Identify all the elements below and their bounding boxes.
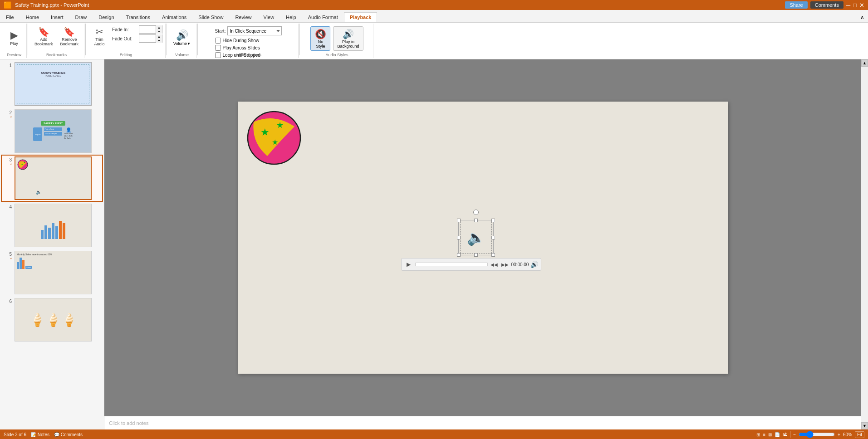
loop-until-stopped-checkbox[interactable] — [215, 52, 221, 58]
slide-thumb-3[interactable]: ★ ★ 🔈 — [15, 156, 92, 200]
audio-element[interactable]: 🔈 — [460, 222, 492, 254]
minimize-button[interactable]: ─ — [846, 2, 850, 9]
view-slide-sorter[interactable]: ⊠ — [768, 432, 772, 437]
volume-dropdown[interactable]: Volume ▼ — [173, 41, 191, 46]
slide-item-6[interactable]: 6 🍦🍦🍦 — [2, 297, 102, 342]
comments-button[interactable]: Comments — [810, 1, 843, 9]
audio-player[interactable]: ▶ ◀◀ ▶▶ 00:00.00 🔊 — [401, 258, 542, 271]
app-icon: 🟧 — [4, 1, 11, 9]
notes-bar[interactable]: Click to add notes — [104, 416, 861, 429]
tab-design[interactable]: Design — [93, 12, 120, 22]
rotate-handle[interactable] — [473, 210, 479, 215]
thumb-3-audio: 🔈 — [36, 190, 41, 195]
tab-playback[interactable]: Playback — [344, 12, 378, 22]
tab-file[interactable]: File — [0, 12, 20, 22]
ball-graphic[interactable]: ★ ★ ★ — [247, 111, 301, 165]
share-button[interactable]: Share — [785, 1, 807, 9]
handle-bm[interactable] — [474, 253, 478, 257]
audio-icon-box[interactable]: 🔈 — [460, 222, 492, 254]
ribbon-spacer — [373, 24, 866, 58]
play-background-button[interactable]: 🔊 Play inBackground — [333, 26, 363, 51]
slide-item-2[interactable]: 2 * SAFETY FIRST Sign in Find a Seat Tak… — [2, 108, 102, 154]
tab-animations[interactable]: Animations — [156, 12, 192, 22]
play-button[interactable]: ▶ Play — [5, 29, 23, 47]
start-select[interactable]: In Click Sequence Automatically When Cli… — [227, 26, 282, 35]
notes-button[interactable]: 📝 Notes — [31, 432, 49, 437]
slide-canvas[interactable]: ★ ★ ★ — [238, 102, 728, 374]
think-text: Think SafeWork SafeBe Safe — [64, 132, 73, 139]
bar-2 — [44, 225, 47, 239]
remove-bookmark-button[interactable]: 🔖 RemoveBookmark — [58, 25, 82, 47]
add-bookmark-button[interactable]: 🔖 AddBookmark — [32, 25, 56, 47]
fade-in-down[interactable]: ▼ — [156, 29, 162, 34]
fade-out-up[interactable]: ▲ — [156, 34, 162, 39]
slide-thumb-2[interactable]: SAFETY FIRST Sign in Find a Seat Take ou… — [15, 109, 92, 153]
fade-in-input[interactable]: 00.00 — [139, 27, 156, 32]
thumb-2-content: Sign in Find a Seat Take out Paper 👤 Thi… — [33, 127, 73, 141]
fade-in-spinbox[interactable]: 00.00 ▲ ▼ — [139, 25, 162, 34]
slide-thumb-5[interactable]: Monthly Sales have increased 60% Sales — [15, 251, 92, 294]
tab-insert[interactable]: Insert — [45, 12, 69, 22]
zoom-out-button[interactable]: − — [793, 432, 796, 437]
volume-dropdown-arrow[interactable]: ▼ — [187, 42, 191, 46]
slide-thumb-4[interactable] — [15, 204, 92, 247]
tab-audio-format[interactable]: Audio Format — [302, 12, 344, 22]
zoom-in-button[interactable]: + — [838, 432, 840, 437]
view-reading[interactable]: 📄 — [775, 432, 780, 437]
view-outline[interactable]: ≡ — [763, 432, 765, 437]
slide-panel[interactable]: 1 SAFETY TRAINING POWERED LLC 2 * SAFETY… — [0, 59, 104, 429]
handle-br[interactable] — [491, 253, 495, 257]
fade-out-down[interactable]: ▼ — [156, 39, 162, 43]
svg-text:★: ★ — [276, 121, 284, 130]
bar-6 — [59, 221, 62, 239]
trim-audio-button[interactable]: ✂ TrimAudio — [89, 25, 109, 47]
tab-home[interactable]: Home — [20, 12, 45, 22]
close-button[interactable]: ✕ — [859, 2, 864, 9]
slide-num-4: 4 — [3, 204, 12, 210]
status-left: Slide 3 of 6 📝 Notes 💬 Comments — [4, 432, 83, 437]
tab-review[interactable]: Review — [229, 12, 257, 22]
tab-slideshow[interactable]: Slide Show — [192, 12, 229, 22]
tab-view[interactable]: View — [257, 12, 280, 22]
comments-icon[interactable]: 💬 Comments — [54, 432, 83, 437]
zoom-level: 60% — [843, 432, 852, 437]
slide-item-3[interactable]: 3 * ★ ★ 🔈 — [2, 156, 102, 201]
slide-thumb-1[interactable]: SAFETY TRAINING POWERED LLC — [15, 62, 92, 106]
player-forward-button[interactable]: ▶▶ — [500, 260, 510, 269]
tab-transitions[interactable]: Transitions — [120, 12, 156, 22]
fade-out-arrows: ▲ ▼ — [156, 34, 162, 43]
zoom-slider[interactable] — [799, 432, 835, 437]
hide-during-show-checkbox[interactable] — [215, 38, 221, 44]
ribbon-collapse-button[interactable]: ∧ — [857, 12, 868, 22]
fade-out-input[interactable]: 00.00 — [139, 36, 156, 41]
no-style-button[interactable]: 🔇 NoStyle — [310, 26, 330, 51]
handle-tr[interactable] — [491, 219, 495, 222]
slide-item-5[interactable]: 5 * Monthly Sales have increased 60% Sal… — [2, 250, 102, 295]
slide-item-1[interactable]: 1 SAFETY TRAINING POWERED LLC — [2, 61, 102, 107]
tab-draw[interactable]: Draw — [69, 12, 93, 22]
slide-item-4[interactable]: 4 — [2, 203, 102, 248]
handle-bl[interactable] — [457, 253, 461, 257]
scroll-up-button[interactable]: ▲ — [861, 59, 868, 67]
view-presenter[interactable]: 📽 — [783, 432, 787, 437]
fade-in-up[interactable]: ▲ — [156, 25, 162, 29]
volume-button[interactable]: 🔊 Volume ▼ — [171, 29, 193, 47]
status-bar: Slide 3 of 6 📝 Notes 💬 Comments ⊞ ≡ ⊠ 📄 … — [0, 429, 868, 439]
tab-help[interactable]: Help — [280, 12, 302, 22]
player-rewind-button[interactable]: ◀◀ — [490, 260, 499, 269]
view-normal[interactable]: ⊞ — [756, 432, 760, 437]
player-volume-icon[interactable]: 🔊 — [530, 261, 538, 268]
scroll-down-button[interactable]: ▼ — [861, 422, 868, 429]
fade-out-spinbox[interactable]: 00.00 ▲ ▼ — [139, 34, 162, 43]
play-across-slides-checkbox[interactable] — [215, 45, 221, 51]
play-across-slides-label: Play Across Slides — [223, 45, 260, 50]
player-track[interactable] — [415, 263, 488, 266]
slide-thumb-6[interactable]: 🍦🍦🍦 — [15, 298, 92, 341]
handle-mr[interactable] — [491, 236, 495, 239]
fit-button[interactable]: Fit — [855, 431, 864, 438]
ribbon-content: ▶ Play Preview 🔖 AddBookmark 🔖 RemoveBoo… — [0, 23, 868, 59]
player-play-button[interactable]: ▶ — [404, 260, 413, 269]
maximize-button[interactable]: □ — [853, 2, 857, 9]
right-scrollbar[interactable]: ▲ ▼ — [861, 59, 868, 429]
svg-text:★: ★ — [260, 127, 270, 138]
